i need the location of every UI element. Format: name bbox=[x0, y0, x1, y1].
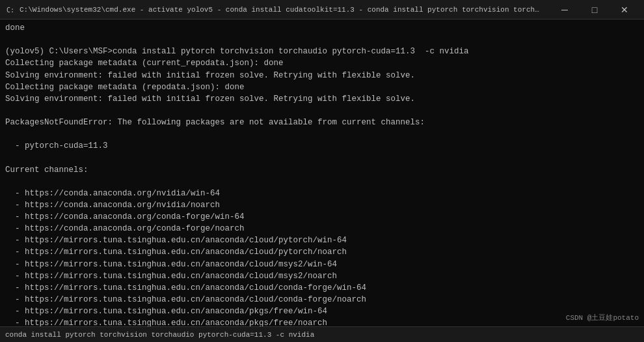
maximize-button[interactable]: □ bbox=[580, 0, 609, 20]
close-button[interactable]: ✕ bbox=[610, 0, 639, 20]
bottom-bar-text: conda install pytorch torchvision torcha… bbox=[5, 331, 314, 339]
watermark: CSDN @土豆娃potato bbox=[566, 313, 639, 322]
svg-text:C:: C: bbox=[7, 7, 14, 14]
terminal-body: done (yolov5) C:\Users\MSF>conda install… bbox=[0, 20, 644, 326]
titlebar-left: C: C:\Windows\system32\cmd.exe - activat… bbox=[5, 5, 540, 15]
titlebar-controls: ─ □ ✕ bbox=[550, 0, 639, 20]
titlebar-title: C:\Windows\system32\cmd.exe - activate y… bbox=[20, 6, 540, 14]
titlebar: C: C:\Windows\system32\cmd.exe - activat… bbox=[0, 0, 644, 20]
cmd-icon: C: bbox=[5, 5, 16, 15]
minimize-button[interactable]: ─ bbox=[550, 0, 579, 20]
terminal-output: done (yolov5) C:\Users\MSF>conda install… bbox=[5, 22, 639, 326]
bottom-bar: conda install pytorch torchvision torcha… bbox=[0, 326, 644, 342]
